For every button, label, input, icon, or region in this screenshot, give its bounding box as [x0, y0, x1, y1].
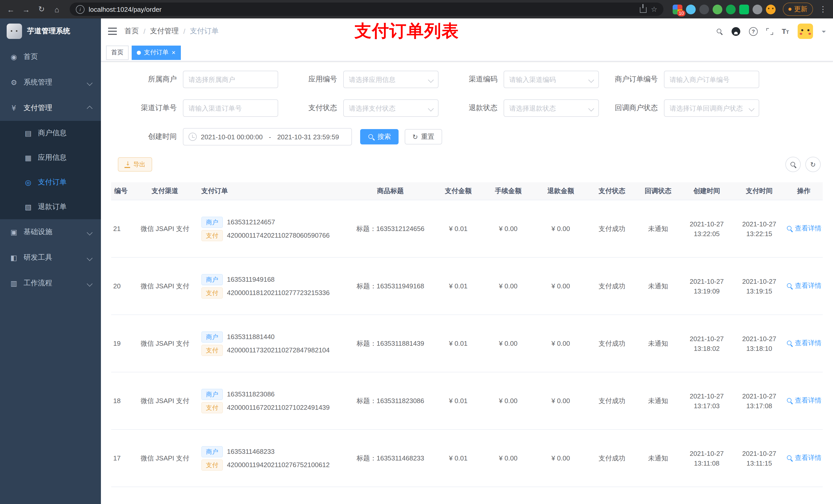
notify-status-input[interactable] [670, 104, 754, 112]
hamburger-icon[interactable] [108, 28, 117, 35]
view-detail-label: 查看详情 [795, 396, 822, 405]
github-icon[interactable] [732, 27, 740, 35]
export-button[interactable]: 导出 [118, 157, 152, 172]
channel-code-select[interactable] [504, 71, 599, 88]
browser-update-button[interactable]: 更新 [783, 3, 813, 16]
fullscreen-icon[interactable] [766, 28, 773, 34]
extensions-puzzle-icon[interactable] [753, 4, 762, 14]
merchant-order-no-field[interactable] [664, 71, 759, 88]
merchant-order-no-input[interactable] [670, 75, 754, 83]
extension-icon[interactable] [739, 4, 749, 14]
channel-order-no-field[interactable] [183, 99, 278, 117]
orders-table: 编号 支付渠道 支付订单 商品标题 支付金额 手续金额 退款金额 支付状态 回调… [111, 182, 823, 504]
date-end[interactable]: 2021-10-31 23:59:59 [277, 133, 339, 141]
sidebar-item-label: 商户信息 [38, 128, 67, 138]
question-icon[interactable] [749, 27, 758, 35]
view-detail-link[interactable]: 查看详情 [786, 396, 822, 405]
cell-create-time: 2021-10-27 13:18:02 [680, 334, 734, 353]
browser-menu-icon[interactable]: ⋮ [817, 5, 829, 14]
view-detail-link[interactable]: 查看详情 [786, 282, 822, 291]
view-detail-link[interactable]: 查看详情 [786, 339, 822, 348]
url-text[interactable]: localhost:1024/pay/order [89, 5, 636, 13]
pay-status-select[interactable] [343, 99, 438, 117]
sidebar-item-merchant-info[interactable]: ▤ 商户信息 [0, 121, 101, 145]
share-icon[interactable] [640, 7, 647, 13]
cell-refund: ¥ 0.00 [534, 282, 588, 290]
date-start[interactable]: 2021-10-01 00:00:00 [201, 133, 263, 141]
user-avatar[interactable] [798, 24, 813, 39]
merchant-icon: ▤ [24, 129, 32, 137]
create-date: 2021-10-27 [680, 276, 734, 286]
merchant-order-no: 1635311468233 [227, 448, 275, 455]
sidebar-logo[interactable]: 芋道管理系统 [0, 19, 101, 44]
refund-status-input[interactable] [509, 104, 593, 112]
app-select[interactable] [343, 71, 438, 88]
merchant-input[interactable] [189, 75, 272, 83]
browser-reload-icon[interactable]: ↻ [35, 3, 48, 16]
notify-status-select[interactable] [664, 99, 759, 117]
extension-icon[interactable] [699, 4, 709, 14]
search-button[interactable]: 搜索 [360, 129, 399, 144]
create-time-range-picker[interactable]: 2021-10-01 00:00:00 - 2021-10-31 23:59:5… [183, 128, 352, 145]
breadcrumb-pay[interactable]: 支付管理 [150, 27, 179, 36]
sidebar-item-refund-order[interactable]: ▧ 退款订单 [0, 195, 101, 219]
cell-actions: 查看详情 [785, 224, 823, 234]
sidebar-item-pay-order[interactable]: ◎ 支付订单 [0, 170, 101, 195]
merchant-tag: 商户 [201, 446, 223, 457]
sidebar-item-workflow[interactable]: ▥ 工作流程 [0, 270, 101, 296]
cell-fee: ¥ 0.00 [482, 397, 534, 405]
cell-title: 标题：1635311468233 [347, 454, 434, 463]
cell-fee: ¥ 0.00 [482, 340, 534, 347]
breadcrumb-separator: / [184, 27, 186, 35]
extension-icon[interactable] [726, 4, 736, 14]
breadcrumb-home[interactable]: 首页 [124, 27, 139, 36]
extension-icon[interactable]: 10 [673, 4, 682, 14]
refund-status-select[interactable] [504, 99, 599, 117]
app-input[interactable] [349, 75, 433, 83]
merchant-select[interactable] [183, 71, 278, 88]
tab-pay-order[interactable]: 支付订单 [132, 45, 181, 60]
tab-home[interactable]: 首页 [106, 45, 128, 60]
close-icon[interactable] [172, 49, 175, 56]
refresh-icon: ↻ [412, 134, 418, 140]
browser-forward-icon[interactable]: → [20, 3, 33, 16]
sidebar-item-home[interactable]: ◉ 首页 [0, 44, 101, 70]
sidebar-item-devtools[interactable]: ◧ 研发工具 [0, 245, 101, 270]
font-size-icon[interactable] [782, 27, 789, 35]
site-info-icon[interactable]: i [76, 5, 85, 14]
cell-notify: 未通知 [636, 282, 680, 291]
page-content: 所属商户 应用编号 渠道编码 商户订单编号 [101, 62, 833, 504]
active-dot-icon [137, 50, 141, 54]
extension-icon[interactable] [686, 4, 696, 14]
extension-icon[interactable] [713, 4, 722, 14]
channel-code-input[interactable] [509, 75, 593, 83]
search-icon[interactable] [716, 28, 723, 34]
address-bar[interactable]: i localhost:1024/pay/order ☆ [70, 3, 663, 16]
browser-home-icon[interactable]: ⌂ [50, 3, 64, 16]
browser-back-icon[interactable]: ← [4, 3, 18, 16]
sidebar-item-infra[interactable]: ▣ 基础设施 [0, 219, 101, 245]
col-header-channel: 支付渠道 [132, 187, 198, 196]
caret-down-icon[interactable] [822, 31, 826, 35]
view-detail-link[interactable]: 查看详情 [786, 454, 822, 463]
toggle-search-button[interactable] [785, 157, 801, 172]
cell-status: 支付成功 [588, 454, 636, 463]
extension-icon[interactable] [766, 4, 776, 14]
cell-notify: 未通知 [636, 224, 680, 233]
filter-label: 商户订单编号 [599, 75, 664, 84]
sidebar-item-system[interactable]: ⚙ 系统管理 [0, 70, 101, 95]
channel-order-no-input[interactable] [189, 104, 272, 112]
search-button-label: 搜索 [378, 132, 391, 141]
reset-button[interactable]: ↻ 重置 [405, 129, 442, 144]
magnifier-icon [786, 340, 793, 347]
chevron-down-icon [87, 230, 93, 236]
sidebar-item-app-info[interactable]: ▦ 应用信息 [0, 145, 101, 170]
sidebar-item-pay[interactable]: ¥ 支付管理 [0, 95, 101, 121]
refresh-table-button[interactable]: ↻ [805, 157, 821, 172]
merchant-order-no: 1635312124657 [227, 218, 275, 226]
bookmark-star-icon[interactable]: ☆ [651, 5, 657, 13]
view-detail-link[interactable]: 查看详情 [786, 224, 822, 233]
pay-status-input[interactable] [349, 104, 433, 112]
pay-order-no: 4200001173202110272847982104 [227, 346, 330, 354]
pay-tag: 支付 [201, 230, 223, 241]
